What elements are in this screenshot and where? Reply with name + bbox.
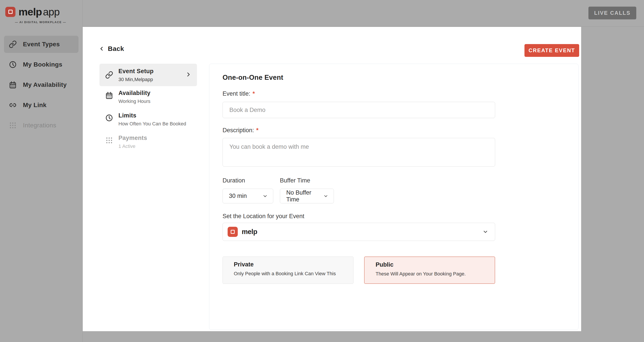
description-textarea[interactable]	[222, 138, 495, 167]
event-steps-list: Event Setup 30 Min,Melpapp Availability …	[100, 64, 197, 187]
sidebar-item-label: My Availability	[23, 81, 66, 88]
chevron-down-icon	[262, 193, 268, 199]
step-subtitle: 30 Min,Melpapp	[118, 77, 154, 82]
sidebar-nav: Event Types My Bookings My Availability …	[0, 36, 82, 134]
step-availability[interactable]: Availability Working Hours	[100, 89, 150, 104]
step-title: Event Setup	[118, 67, 154, 75]
step-limits[interactable]: Limits How Often You Can Be Booked	[100, 112, 186, 127]
clock-icon	[9, 61, 17, 68]
step-subtitle: 1 Active	[118, 143, 147, 149]
sidebar-item-integrations[interactable]: Integrations	[4, 117, 78, 134]
chain-link-icon	[105, 71, 113, 79]
main-panel: Back CREATE EVENT Event Setup 30 Min,Mel…	[83, 27, 581, 331]
location-label: Set the Location for your Event	[222, 213, 304, 220]
description-label: Description:*	[222, 127, 258, 134]
event-title-label: Event title:*	[222, 90, 255, 97]
sidebar-item-event-types[interactable]: Event Types	[4, 36, 78, 53]
step-event-setup[interactable]: Event Setup 30 Min,Melpapp	[100, 64, 197, 86]
brand-tagline: — AI DIGITAL WORKPLACE —	[14, 20, 67, 24]
duration-value: 30 min	[229, 193, 247, 199]
sidebar-item-label: My Bookings	[23, 61, 62, 68]
step-subtitle: Working Hours	[118, 98, 150, 104]
event-setup-form: One-on-One Event Event title:* Descripti…	[209, 64, 578, 330]
required-asterisk: *	[252, 90, 255, 97]
sidebar-item-my-bookings[interactable]: My Bookings	[4, 56, 78, 73]
form-heading: One-on-One Event	[222, 74, 283, 81]
back-button[interactable]: Back	[99, 45, 124, 52]
visibility-description: Only People with a Booking Link Can View…	[234, 271, 353, 277]
location-select[interactable]: melp	[222, 223, 495, 241]
visibility-title: Private	[234, 261, 353, 268]
buffer-time-label: Buffer Time	[280, 177, 310, 184]
chevron-down-icon	[482, 229, 488, 235]
chain-link-icon	[9, 40, 17, 48]
chevron-right-icon	[186, 72, 191, 77]
buffer-time-select[interactable]: No Buffer Time	[280, 189, 334, 203]
link-icon	[9, 101, 17, 109]
step-title: Availability	[118, 89, 150, 97]
melp-logo-glyph	[231, 230, 235, 234]
duration-label: Duration	[222, 177, 245, 184]
melp-logo-icon	[5, 7, 16, 17]
event-title-input[interactable]	[222, 102, 495, 118]
topbar: LIVE CALLS	[83, 0, 644, 27]
visibility-description: These Will Appear on Your Booking Page.	[376, 271, 495, 277]
live-calls-button[interactable]: LIVE CALLS	[588, 6, 636, 19]
melp-logo-glyph	[8, 10, 12, 14]
clock-icon	[105, 114, 113, 122]
step-subtitle: How Often You Can Be Booked	[118, 121, 186, 127]
sidebar-item-label: Integrations	[23, 122, 56, 129]
duration-select[interactable]: 30 min	[222, 189, 273, 203]
chevron-down-icon	[323, 193, 328, 199]
calendar-icon	[9, 81, 17, 89]
step-title: Limits	[118, 112, 186, 119]
grid-dots-icon	[105, 136, 113, 144]
brand-name: melpapp	[18, 6, 60, 18]
visibility-option-public[interactable]: Public These Will Appear on Your Booking…	[364, 257, 495, 284]
sidebar-item-label: Event Types	[23, 41, 60, 48]
calendar-icon	[105, 91, 113, 99]
step-payments[interactable]: Payments 1 Active	[100, 134, 147, 149]
chevron-left-icon	[99, 46, 104, 51]
required-asterisk: *	[256, 127, 259, 134]
back-label: Back	[108, 45, 124, 52]
brand-logo: melpapp — AI DIGITAL WORKPLACE —	[0, 0, 82, 24]
sidebar-item-my-link[interactable]: My Link	[4, 96, 78, 114]
sidebar-item-label: My Link	[23, 102, 46, 109]
sidebar-item-my-availability[interactable]: My Availability	[4, 76, 78, 93]
grid-dots-icon	[9, 121, 17, 129]
brand-name-secondary: app	[43, 6, 60, 18]
step-title: Payments	[118, 134, 147, 142]
melp-logo-icon	[228, 227, 238, 237]
visibility-option-private[interactable]: Private Only People with a Booking Link …	[222, 257, 354, 284]
sidebar: melpapp — AI DIGITAL WORKPLACE — Event T…	[0, 0, 83, 342]
brand-name-primary: melp	[18, 6, 42, 18]
visibility-title: Public	[376, 261, 495, 268]
create-event-button[interactable]: CREATE EVENT	[524, 44, 579, 57]
buffer-time-value: No Buffer Time	[286, 189, 323, 203]
location-value: melp	[242, 228, 257, 236]
